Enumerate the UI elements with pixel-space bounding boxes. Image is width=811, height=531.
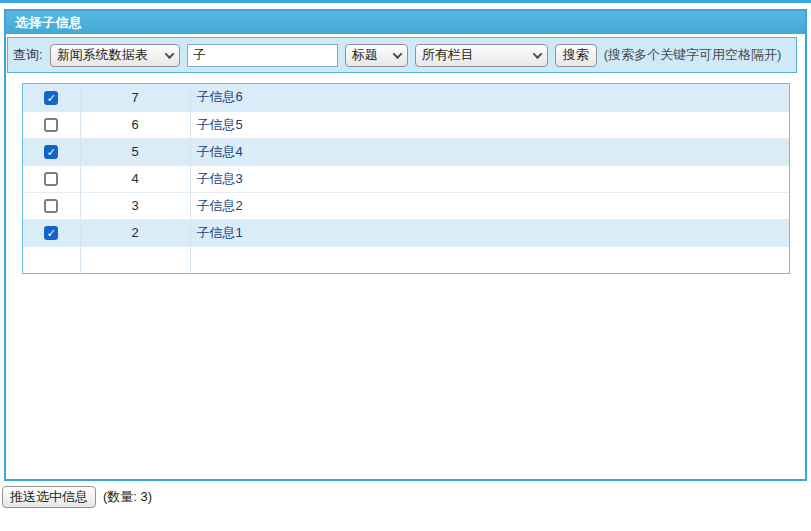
row-label: 子信息4: [190, 138, 789, 165]
table-row[interactable]: 7 子信息6: [23, 84, 789, 111]
chevron-down-icon: [392, 49, 402, 59]
info-table-container: 7 子信息6 6 子信息5 5 子信息4 4 子信息3 3 子信息2 2 子信息…: [22, 83, 790, 274]
select-child-info-dialog: 选择子信息 查询: 新闻系统数据表 标题 所有栏目 搜索 (搜索多个关键字可用空…: [4, 9, 807, 481]
data-table-select[interactable]: 新闻系统数据表: [50, 44, 180, 67]
row-checkbox[interactable]: [44, 172, 58, 186]
row-checkbox[interactable]: [44, 199, 58, 213]
dialog-title: 选择子信息: [6, 11, 805, 34]
top-divider-line: [0, 0, 811, 3]
row-id: 2: [80, 219, 190, 246]
chevron-down-icon: [532, 49, 542, 59]
column-select[interactable]: 所有栏目: [415, 44, 548, 67]
selected-count-text: (数量: 3): [103, 488, 152, 506]
row-label: 子信息1: [190, 219, 789, 246]
row-checkbox[interactable]: [44, 145, 58, 159]
row-label: 子信息6: [190, 84, 789, 111]
row-label: 子信息2: [190, 192, 789, 219]
row-label: 子信息3: [190, 165, 789, 192]
row-checkbox[interactable]: [44, 91, 58, 105]
query-label: 查询:: [13, 46, 43, 64]
empty-row: [23, 246, 789, 273]
push-selected-button[interactable]: 推送选中信息: [2, 486, 96, 508]
search-field-select[interactable]: 标题: [345, 44, 408, 67]
chevron-down-icon: [164, 49, 174, 59]
footer-bar: 推送选中信息 (数量: 3): [2, 486, 811, 508]
row-id: 6: [80, 111, 190, 138]
table-row[interactable]: 6 子信息5: [23, 111, 789, 138]
search-field-select-value: 标题: [352, 46, 378, 64]
keyword-input[interactable]: [187, 44, 338, 67]
table-row[interactable]: 3 子信息2: [23, 192, 789, 219]
search-hint: (搜索多个关键字可用空格隔开): [604, 46, 782, 64]
row-id: 3: [80, 192, 190, 219]
search-toolbar: 查询: 新闻系统数据表 标题 所有栏目 搜索 (搜索多个关键字可用空格隔开): [7, 37, 797, 73]
info-table-body: 7 子信息6 6 子信息5 5 子信息4 4 子信息3 3 子信息2 2 子信息…: [23, 84, 789, 273]
row-checkbox[interactable]: [44, 118, 58, 132]
row-label: 子信息5: [190, 111, 789, 138]
row-id: 7: [80, 84, 190, 111]
row-checkbox[interactable]: [44, 226, 58, 240]
column-select-value: 所有栏目: [422, 46, 474, 64]
table-row[interactable]: 2 子信息1: [23, 219, 789, 246]
data-table-select-value: 新闻系统数据表: [57, 46, 148, 64]
row-id: 5: [80, 138, 190, 165]
table-row[interactable]: 5 子信息4: [23, 138, 789, 165]
search-button[interactable]: 搜索: [555, 44, 597, 67]
row-id: 4: [80, 165, 190, 192]
table-row[interactable]: 4 子信息3: [23, 165, 789, 192]
info-table: 7 子信息6 6 子信息5 5 子信息4 4 子信息3 3 子信息2 2 子信息…: [23, 84, 789, 273]
